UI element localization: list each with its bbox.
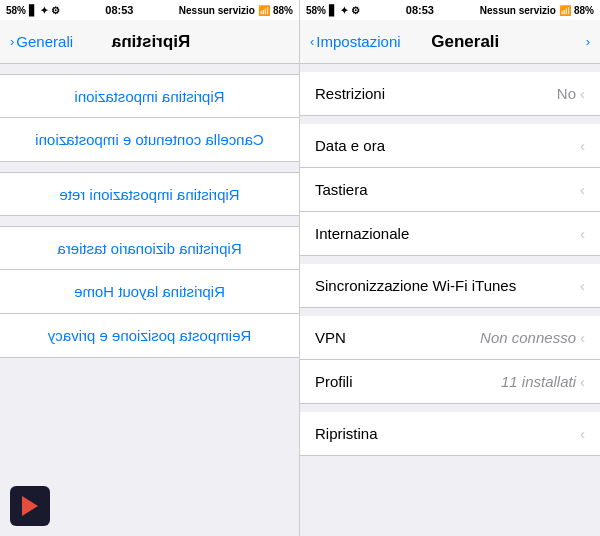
- row-chevron-ripristina: ‹: [580, 425, 585, 442]
- row-label-restrizioni: Restrizioni: [315, 85, 385, 102]
- row-value-tastiera: ‹: [580, 181, 585, 198]
- row-label-tastiera: Tastiera: [315, 181, 368, 198]
- left-battery: 88%: [273, 5, 293, 16]
- cell-label-5[interactable]: Ripristina layout Home: [15, 283, 284, 300]
- row-chevron-sync: ‹: [580, 277, 585, 294]
- right-carrier: Nessun servizio: [480, 5, 556, 16]
- right-nav-forward: ›: [530, 34, 590, 49]
- row-value-internazionale: ‹: [580, 225, 585, 242]
- row-label-vpn: VPN: [315, 329, 346, 346]
- settings-row-vpn[interactable]: VPN Non connesso ‹: [300, 316, 600, 360]
- right-status-bar: 58% ▋ ✦ ⚙ 08:53 Nessun servizio 📶 88%: [300, 0, 600, 20]
- row-value-ripristina: ‹: [580, 425, 585, 442]
- left-back-label[interactable]: Generali: [16, 33, 73, 50]
- settings-row-internazionale[interactable]: Internazionale ‹: [300, 212, 600, 256]
- left-status-bar: 58% ▋ ✦ ⚙ 08:53 Nessun servizio 📶 88%: [0, 0, 299, 20]
- settings-row-restrizioni[interactable]: Restrizioni No ‹: [300, 72, 600, 116]
- left-signal-icon: ▋: [29, 5, 37, 16]
- right-forward-chevron-icon: ›: [586, 34, 590, 49]
- cell-label-6[interactable]: Reimposta posizione e privacy: [15, 327, 284, 344]
- logo-arrow-icon: [22, 496, 38, 516]
- right-back-label[interactable]: Impostazioni: [316, 33, 400, 50]
- right-content: Restrizioni No ‹ Data e ora ‹ Tastiera ‹…: [300, 64, 600, 536]
- right-bt-icon: ✦: [340, 5, 348, 16]
- left-back-chevron-icon: ›: [10, 34, 14, 49]
- row-value-text-restrizioni: No: [557, 85, 576, 102]
- left-content: Ripristina impostazioni Cancella contenu…: [0, 64, 299, 536]
- settings-row-sync[interactable]: Sincronizzazione Wi-Fi iTunes ‹: [300, 264, 600, 308]
- row-label-internazionale: Internazionale: [315, 225, 409, 242]
- left-bt-icon: ✦: [40, 5, 48, 16]
- left-status-left: 58% ▋ ✦ ⚙: [6, 5, 60, 16]
- row-label-profili: Profili: [315, 373, 353, 390]
- row-chevron-data: ‹: [580, 137, 585, 154]
- bottom-logo: [10, 486, 50, 526]
- left-table-group-2: Ripristina impostazioni rete: [0, 172, 299, 216]
- row-label-ripristina: Ripristina: [315, 425, 378, 442]
- row-label-data: Data e ora: [315, 137, 385, 154]
- row-value-data: ‹: [580, 137, 585, 154]
- row-chevron-internazionale: ‹: [580, 225, 585, 242]
- row-value-profili: 11 installati ‹: [501, 373, 585, 390]
- cell-label-3[interactable]: Ripristina impostazioni rete: [15, 186, 284, 203]
- row-value-text-vpn: Non connesso: [480, 329, 576, 346]
- right-signal-icon: ▋: [329, 5, 337, 16]
- right-phone-panel: 58% ▋ ✦ ⚙ 08:53 Nessun servizio 📶 88% ‹ …: [300, 0, 600, 536]
- cell-label-1[interactable]: Ripristina impostazioni: [15, 88, 284, 105]
- left-signal: 58%: [6, 5, 26, 16]
- list-item[interactable]: Ripristina impostazioni: [0, 74, 299, 118]
- settings-row-data[interactable]: Data e ora ‹: [300, 124, 600, 168]
- right-battery: 88%: [574, 5, 594, 16]
- left-nav-title: Ripristina: [73, 32, 229, 52]
- list-item[interactable]: Cancella contenuto e impostazioni: [0, 118, 299, 162]
- row-value-text-profili: 11 installati: [501, 373, 576, 390]
- right-nav-bar: ‹ Impostazioni Generali ›: [300, 20, 600, 64]
- row-chevron-profili: ‹: [580, 373, 585, 390]
- right-time: 08:53: [406, 4, 434, 16]
- right-wifi-icon: 📶: [559, 5, 571, 16]
- row-label-sync: Sincronizzazione Wi-Fi iTunes: [315, 277, 516, 294]
- cell-label-2[interactable]: Cancella contenuto e impostazioni: [15, 131, 284, 148]
- left-time: 08:53: [105, 4, 133, 16]
- list-item[interactable]: Reimposta posizione e privacy: [0, 314, 299, 358]
- left-nav-bar: › Generali Ripristina: [0, 20, 299, 64]
- right-back-chevron-icon: ‹: [310, 34, 314, 49]
- row-chevron-vpn: ‹: [580, 329, 585, 346]
- left-nav-back[interactable]: › Generali: [10, 33, 73, 50]
- list-item[interactable]: Ripristina layout Home: [0, 270, 299, 314]
- row-chevron-tastiera: ‹: [580, 181, 585, 198]
- right-nav-title: Generali: [401, 32, 530, 52]
- list-item[interactable]: Ripristina dizionario tastiera: [0, 226, 299, 270]
- row-value-vpn: Non connesso ‹: [480, 329, 585, 346]
- left-phone-panel: 58% ▋ ✦ ⚙ 08:53 Nessun servizio 📶 88% › …: [0, 0, 300, 536]
- left-table-group-1: Ripristina impostazioni Cancella contenu…: [0, 74, 299, 162]
- row-value-restrizioni: No ‹: [557, 85, 585, 102]
- left-table-group-3: Ripristina dizionario tastiera Ripristin…: [0, 226, 299, 358]
- right-status-left: 58% ▋ ✦ ⚙: [306, 5, 360, 16]
- cell-label-4[interactable]: Ripristina dizionario tastiera: [15, 240, 284, 257]
- row-chevron-restrizioni: ‹: [580, 85, 585, 102]
- left-wifi-icon: 📶: [258, 5, 270, 16]
- list-item[interactable]: Ripristina impostazioni rete: [0, 172, 299, 216]
- left-alarm-icon: ⚙: [51, 5, 60, 16]
- right-status-right: Nessun servizio 📶 88%: [480, 5, 594, 16]
- right-signal: 58%: [306, 5, 326, 16]
- right-nav-back[interactable]: ‹ Impostazioni: [310, 33, 401, 50]
- settings-row-tastiera[interactable]: Tastiera ‹: [300, 168, 600, 212]
- row-value-sync: ‹: [580, 277, 585, 294]
- settings-row-ripristina[interactable]: Ripristina ‹: [300, 412, 600, 456]
- left-status-right: Nessun servizio 📶 88%: [179, 5, 293, 16]
- settings-row-profili[interactable]: Profili 11 installati ‹: [300, 360, 600, 404]
- left-carrier: Nessun servizio: [179, 5, 255, 16]
- right-alarm-icon: ⚙: [351, 5, 360, 16]
